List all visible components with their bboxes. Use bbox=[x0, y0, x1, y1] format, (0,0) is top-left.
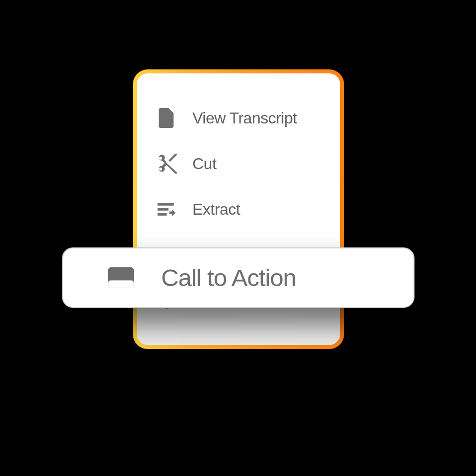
stage: View Transcript Cut bbox=[0, 0, 476, 476]
svg-rect-4 bbox=[108, 280, 134, 288]
extract-icon bbox=[155, 197, 178, 221]
menu-item-label: View Transcript bbox=[192, 109, 297, 127]
document-icon bbox=[155, 106, 178, 130]
menu-item-label: Extract bbox=[192, 200, 240, 219]
scissors-icon bbox=[155, 152, 178, 176]
svg-rect-2 bbox=[158, 213, 167, 216]
menu-item-label: Cut bbox=[192, 155, 216, 173]
menu-item-view-transcript[interactable]: View Transcript bbox=[152, 95, 325, 141]
svg-rect-0 bbox=[158, 203, 174, 206]
menu-item-label: Call to Action bbox=[161, 264, 296, 292]
menu-item-cut[interactable]: Cut bbox=[152, 141, 325, 186]
menu-item-extract[interactable]: Extract bbox=[152, 186, 325, 232]
svg-rect-1 bbox=[158, 208, 169, 211]
cta-banner-icon bbox=[106, 262, 136, 293]
menu-item-call-to-action[interactable]: Call to Action bbox=[62, 247, 415, 308]
